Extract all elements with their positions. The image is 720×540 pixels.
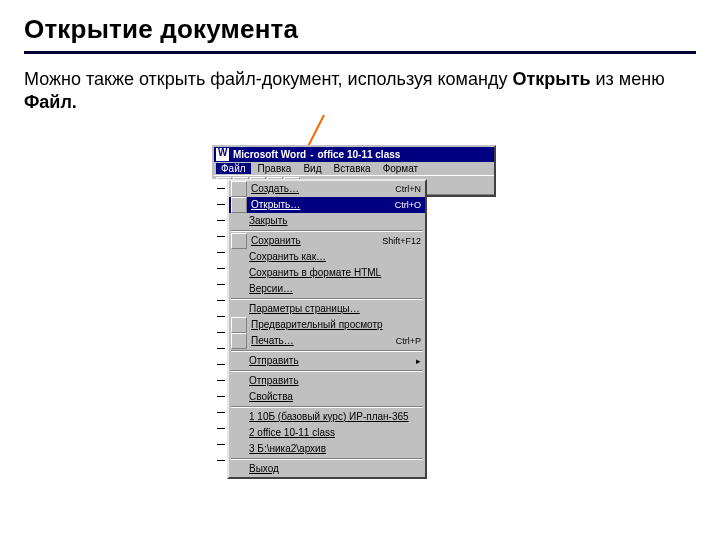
menu-separator: [231, 350, 423, 352]
menu-item-label: Печать…: [251, 333, 392, 349]
menu-item-label: Отправить: [249, 353, 412, 369]
menu-item[interactable]: 2 office 10-11 class: [229, 425, 425, 441]
menu-separator: [231, 298, 423, 300]
menu-item-label: Сохранить: [251, 233, 378, 249]
menu-item-shortcut: Ctrl+N: [395, 181, 421, 197]
menu-item-icon: [231, 442, 245, 456]
title-bar: Microsoft Word - office 10-11 class: [214, 147, 494, 162]
menu-item-label: Отправить: [249, 373, 417, 389]
menu-item[interactable]: 1 10Б (базовый курс) ИР-план-365: [229, 409, 425, 425]
menu-item[interactable]: Выход: [229, 461, 425, 477]
menu-item-icon: [231, 250, 245, 264]
menu-item-icon: [231, 374, 245, 388]
menu-item-icon: [231, 333, 247, 349]
menu-item[interactable]: СохранитьShift+F12: [229, 233, 425, 249]
body-paragraph: Можно также открыть файл-документ, испол…: [24, 68, 696, 115]
menu-item-icon: [231, 302, 245, 316]
menu-item-shortcut: Shift+F12: [382, 233, 421, 249]
slide-heading: Открытие документа: [24, 14, 696, 45]
menu-item-label: Сохранить как…: [249, 249, 417, 265]
menu-item[interactable]: Создать…Ctrl+N: [229, 181, 425, 197]
menu-separator: [231, 458, 423, 460]
vertical-ruler: [212, 179, 228, 465]
menu-item-icon: [231, 426, 245, 440]
menu-item-label: Версии…: [249, 281, 417, 297]
screenshot-stage: Microsoft Word - office 10-11 class Файл…: [24, 125, 696, 505]
menu-item[interactable]: Параметры страницы…: [229, 301, 425, 317]
menu-separator: [231, 370, 423, 372]
file-menu-dropdown: Создать…Ctrl+NОткрыть…Ctrl+OЗакрытьСохра…: [227, 179, 427, 479]
menu-item-icon: [231, 354, 245, 368]
menu-item-label: Параметры страницы…: [249, 301, 417, 317]
menu-view[interactable]: Вид: [298, 163, 326, 174]
menu-item[interactable]: Свойства: [229, 389, 425, 405]
menu-item-icon: [231, 282, 245, 296]
menu-item-label: 2 office 10-11 class: [249, 425, 417, 441]
menu-item[interactable]: Закрыть: [229, 213, 425, 229]
menu-item[interactable]: Предварительный просмотр: [229, 317, 425, 333]
menu-item-label: 3 Б:\ника2\архив: [249, 441, 417, 457]
menu-item-label: Предварительный просмотр: [251, 317, 417, 333]
menu-item-icon: [231, 317, 247, 333]
heading-rule: [24, 51, 696, 54]
menu-item[interactable]: Сохранить как…: [229, 249, 425, 265]
menu-item-label: Открыть…: [251, 197, 391, 213]
menu-item[interactable]: Сохранить в формате HTML: [229, 265, 425, 281]
menu-item-label: Создать…: [251, 181, 391, 197]
menu-item-icon: [231, 266, 245, 280]
menu-separator: [231, 406, 423, 408]
menu-item-label: 1 10Б (базовый курс) ИР-план-365: [249, 409, 417, 425]
menu-item[interactable]: Открыть…Ctrl+O: [229, 197, 425, 213]
menu-item-icon: [231, 214, 245, 228]
menu-item-label: Сохранить в формате HTML: [249, 265, 417, 281]
doc-name: -: [310, 149, 313, 160]
menu-item-label: Закрыть: [249, 213, 417, 229]
menu-edit[interactable]: Правка: [253, 163, 297, 174]
menu-item-icon: [231, 462, 245, 476]
menu-insert[interactable]: Вставка: [328, 163, 375, 174]
menu-item-label: Свойства: [249, 389, 417, 405]
menu-item-shortcut: ▸: [416, 353, 421, 369]
menu-item[interactable]: Отправить▸: [229, 353, 425, 369]
menu-item-icon: [231, 410, 245, 424]
menu-item-icon: [231, 390, 245, 404]
word-icon: [216, 148, 229, 161]
menu-item[interactable]: Отправить: [229, 373, 425, 389]
menu-item-label: Выход: [249, 461, 417, 477]
app-name: Microsoft Word: [233, 149, 306, 160]
doc-title: office 10-11 class: [318, 149, 401, 160]
menu-item-icon: [231, 233, 247, 249]
menu-item[interactable]: Версии…: [229, 281, 425, 297]
menu-item[interactable]: Печать…Ctrl+P: [229, 333, 425, 349]
menu-separator: [231, 230, 423, 232]
menu-format[interactable]: Формат: [378, 163, 424, 174]
menu-bar: Файл Правка Вид Вставка Формат: [214, 162, 494, 175]
menu-item[interactable]: 3 Б:\ника2\архив: [229, 441, 425, 457]
menu-item-icon: [231, 181, 247, 197]
menu-item-shortcut: Ctrl+P: [396, 333, 421, 349]
menu-item-icon: [231, 197, 247, 213]
menu-item-shortcut: Ctrl+O: [395, 197, 421, 213]
menu-file[interactable]: Файл: [216, 163, 251, 174]
